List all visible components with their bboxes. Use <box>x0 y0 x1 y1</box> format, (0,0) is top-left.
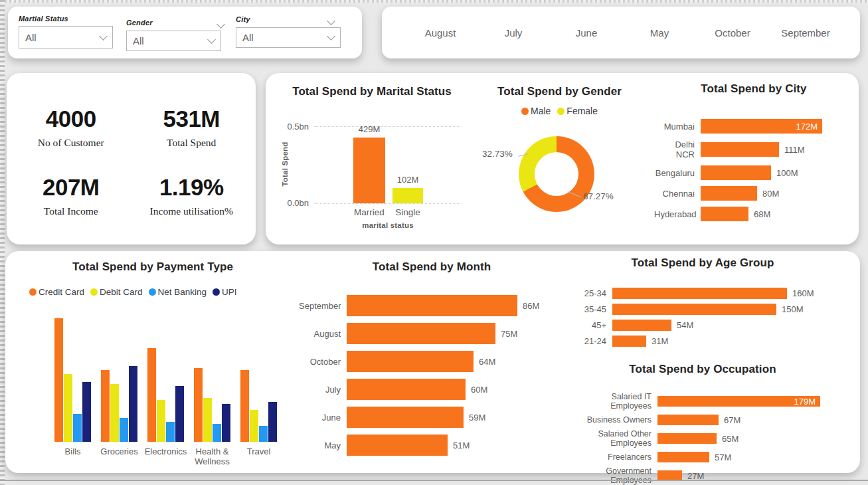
canvas-bottom-line <box>0 480 868 481</box>
bar-health-wellness-credit-card[interactable] <box>194 368 203 442</box>
bar-21-24[interactable] <box>612 336 646 347</box>
bar-travel-upi[interactable] <box>268 402 277 442</box>
legend-dot-icon <box>29 288 37 296</box>
value-label: 51M <box>453 440 470 450</box>
bar-row-may: May51M <box>299 435 564 456</box>
bar-electronics-credit-card[interactable] <box>147 348 156 442</box>
month-slicer-item-august[interactable]: August <box>404 27 477 39</box>
bar-groceries-net-banking[interactable] <box>120 418 128 442</box>
bar-october[interactable] <box>347 351 474 372</box>
bar-row-august: August75M <box>299 323 564 344</box>
bar-travel-debit-card[interactable] <box>250 410 258 442</box>
category-label: Mumbai <box>654 122 701 132</box>
bar-chennai[interactable] <box>701 186 757 201</box>
category-label: Bills <box>54 447 91 467</box>
slicer-marital-status-value: All <box>25 32 37 43</box>
bar-business-owners[interactable] <box>657 415 719 425</box>
bar-row-september: September86M <box>299 295 564 316</box>
value-label: 80M <box>762 189 779 199</box>
category-label: Business Owners <box>570 415 657 425</box>
bar-electronics-debit-card[interactable] <box>157 400 165 442</box>
bar-health-wellness-net-banking[interactable] <box>213 424 221 442</box>
value-label: 57M <box>715 452 731 462</box>
x-axis-labels: BillsGroceriesElectronicsHealth & Wellne… <box>54 447 277 467</box>
bar-september[interactable] <box>347 295 517 316</box>
payment-legend: Credit CardDebit CardNet BankingUPI <box>29 287 237 297</box>
bar-electronics-net-banking[interactable] <box>166 422 175 442</box>
category-label: Married <box>347 207 392 217</box>
bar-july[interactable] <box>347 379 466 400</box>
bar-salaried-other-employees[interactable] <box>657 433 717 444</box>
chart-title: Total Spend by Month <box>299 260 564 274</box>
legend-label: Credit Card <box>39 287 84 297</box>
slicer-marital-status-dropdown[interactable]: All <box>19 26 113 48</box>
bar-health-wellness-upi[interactable] <box>222 404 230 442</box>
bar-mumbai[interactable]: 172M <box>701 119 822 134</box>
y-axis-title: Total Spend <box>281 126 292 203</box>
legend-item-debit-card[interactable]: Debit Card <box>90 287 143 297</box>
legend-dot-icon <box>521 108 529 115</box>
category-label: 21-24 <box>570 336 612 346</box>
category-label-text: Health & Wellness <box>187 447 238 467</box>
bar-row-government-employees: Government Employees27M <box>570 466 835 485</box>
slicer-gender-dropdown[interactable]: All <box>126 31 221 51</box>
bar-hyderabad[interactable] <box>701 207 748 221</box>
kpi-card: 4000 No of Customer 531M Total Spend 207… <box>7 73 256 244</box>
bar-groceries-debit-card[interactable] <box>110 384 119 442</box>
month-slicer-item-june[interactable]: June <box>550 27 623 39</box>
month-slicer-item-july[interactable]: July <box>477 27 550 39</box>
bar-row-hyderabad: Hyderabad68M <box>654 207 853 221</box>
legend-item-net-banking[interactable]: Net Banking <box>149 287 207 297</box>
category-label: Bengaluru <box>654 168 701 178</box>
chart-total-spend-by-marital-status: Total Spend by Marital Status 0.5bn 0.0b… <box>276 85 468 238</box>
bar-groceries-credit-card[interactable] <box>101 370 110 442</box>
bar-health-wellness-debit-card[interactable] <box>203 398 212 442</box>
slicer-city-dropdown[interactable]: All <box>236 27 341 48</box>
chart-title: Total Spend by Gender <box>478 85 641 98</box>
chevron-down-icon <box>327 32 335 41</box>
bar-bills-upi[interactable] <box>82 382 91 442</box>
value-label: 102M <box>387 175 428 185</box>
month-slicer-item-september[interactable]: September <box>769 27 842 39</box>
kpi-label: Total Spend <box>167 137 216 149</box>
bar-electronics-upi[interactable] <box>175 386 184 442</box>
month-slicer-item-october[interactable]: October <box>696 27 769 39</box>
chart-title: Total Spend by City <box>654 82 853 96</box>
bar-bengaluru[interactable] <box>701 165 771 180</box>
bar-june[interactable] <box>347 407 464 428</box>
legend-item-credit-card[interactable]: Credit Card <box>29 287 84 297</box>
kpi-label: No of Customer <box>38 137 104 149</box>
bar-bills-debit-card[interactable] <box>64 374 72 442</box>
bar-groceries-upi[interactable] <box>129 366 137 442</box>
value-label: 31M <box>651 336 668 346</box>
kpi-income-utilisation: 1.19% Income utilisation% <box>131 161 252 230</box>
bar-travel-credit-card[interactable] <box>240 370 249 442</box>
bar-bills-net-banking[interactable] <box>73 414 82 442</box>
legend-item-upi[interactable]: UPI <box>213 287 237 297</box>
month-slicer-item-may[interactable]: May <box>623 27 696 39</box>
category-label: 35-45 <box>570 304 612 314</box>
bar-bills-credit-card[interactable] <box>54 318 63 442</box>
bar-salaried-it-employees[interactable]: 179M <box>657 396 820 407</box>
legend-label: UPI <box>222 287 237 297</box>
bar-travel-net-banking[interactable] <box>259 426 268 442</box>
chart-title: Total Spend by Marital Status <box>276 85 468 98</box>
bar-single[interactable] <box>392 188 423 203</box>
bar-45[interactable] <box>612 320 671 331</box>
top-charts-card: Total Spend by Marital Status 0.5bn 0.0b… <box>266 73 859 244</box>
value-label: 111M <box>784 145 805 155</box>
legend-item-female[interactable]: Female <box>557 106 598 116</box>
bar-row-35-45: 35-45150M <box>570 304 835 315</box>
bar-may[interactable] <box>347 435 448 456</box>
bar-freelancers[interactable] <box>657 452 709 462</box>
bar-row-business-owners: Business Owners67M <box>570 415 835 425</box>
bar-delhi-ncr[interactable] <box>701 142 779 157</box>
legend-item-male[interactable]: Male <box>521 106 551 116</box>
bar-25-34[interactable] <box>612 288 787 299</box>
bar-august[interactable] <box>347 323 495 344</box>
bar-row-45: 45+54M <box>570 320 835 331</box>
value-label: 75M <box>501 329 517 339</box>
bar-married[interactable] <box>353 138 385 203</box>
bar-35-45[interactable] <box>612 304 776 315</box>
legend-dot-icon <box>213 288 220 296</box>
